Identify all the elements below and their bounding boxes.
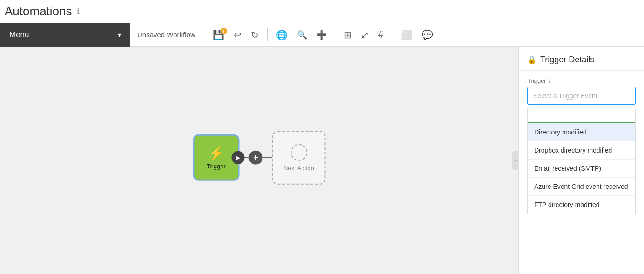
separator-1 <box>204 28 204 41</box>
menu-button[interactable]: Menu ▾ <box>0 23 130 47</box>
globe-icon: 🌐 <box>276 29 288 40</box>
dropdown-item-ftp[interactable]: FTP directory modified <box>528 196 635 214</box>
workflow-nodes: ⚡ Trigger ▶ + Next Action <box>193 131 326 184</box>
play-button[interactable]: ▶ <box>232 151 245 164</box>
separator-2 <box>267 28 268 41</box>
zoom-out-button[interactable]: 🔍 <box>293 27 311 42</box>
trigger-select[interactable]: Select a Trigger Event <box>527 87 636 105</box>
app-title: Automations <box>5 4 72 19</box>
window-icon: ⬜ <box>401 29 412 40</box>
workflow-name: Unsaved Workflow <box>137 31 195 39</box>
window-button[interactable]: ⬜ <box>397 27 416 43</box>
save-button[interactable]: 💾 ! <box>209 27 228 43</box>
trigger-dropdown: Directory modified Dropbox directory mod… <box>527 108 636 214</box>
next-action-label: Next Action <box>283 164 314 171</box>
dropdown-item-dropbox[interactable]: Dropbox directory modified <box>528 141 635 160</box>
dropdown-search-input[interactable] <box>532 112 631 119</box>
lock-icon: 🔒 <box>527 55 537 64</box>
separator-3 <box>335 28 335 41</box>
dropdown-search-wrap <box>528 108 635 123</box>
expand-button[interactable]: ⤢ <box>357 27 373 43</box>
panel-title: Trigger Details <box>540 55 594 65</box>
trigger-label: Trigger <box>207 163 226 170</box>
panel-body: Trigger ℹ Select a Trigger Event Directo… <box>519 71 644 274</box>
trigger-select-placeholder: Select a Trigger Event <box>533 92 597 100</box>
zoom-in-icon: ➕ <box>316 30 327 40</box>
trigger-info-icon[interactable]: ℹ <box>549 77 551 84</box>
trigger-node[interactable]: ⚡ Trigger ▶ <box>193 134 240 181</box>
panel-header: 🔒 Trigger Details <box>519 47 644 71</box>
connector-line-2 <box>263 157 272 158</box>
menu-label: Menu <box>9 30 29 40</box>
grid-view-button[interactable]: ⊞ <box>340 27 356 43</box>
hash-grid-icon: # <box>378 29 383 40</box>
chat-icon: 💬 <box>422 29 433 40</box>
redo-icon: ↻ <box>251 29 259 40</box>
undo-button[interactable]: ↩ <box>230 27 245 43</box>
zoom-in-button[interactable]: ➕ <box>313 27 330 42</box>
next-action-icon <box>290 144 307 160</box>
undo-icon: ↩ <box>234 29 242 40</box>
workflow-canvas[interactable]: ⚡ Trigger ▶ + Next Action <box>0 47 518 274</box>
chat-button[interactable]: 💬 <box>418 27 437 43</box>
hash-grid-button[interactable]: # <box>375 27 387 42</box>
dropdown-item-azure[interactable]: Azure Event Grid event received <box>528 178 635 196</box>
save-badge: ! <box>221 28 227 34</box>
zoom-out-icon: 🔍 <box>297 30 307 40</box>
main-area: ⚡ Trigger ▶ + Next Action ‹ 🔒 Trigger De… <box>0 47 644 274</box>
separator-4 <box>392 28 392 41</box>
bolt-icon: ⚡ <box>208 146 224 161</box>
grid-icon: ⊞ <box>344 29 352 40</box>
globe-button[interactable]: 🌐 <box>272 27 291 43</box>
dropdown-item-directory-modified[interactable]: Directory modified <box>528 123 635 141</box>
trigger-field-label: Trigger ℹ <box>527 77 636 84</box>
chevron-down-icon: ▾ <box>118 31 121 39</box>
toolbar-actions: Unsaved Workflow 💾 ! ↩ ↻ 🌐 🔍 ➕ ⊞ ⤢ # <box>130 27 644 43</box>
top-bar: Automations ℹ <box>0 0 644 23</box>
redo-button[interactable]: ↻ <box>247 27 262 43</box>
next-action-node[interactable]: Next Action <box>272 131 326 184</box>
right-panel: ‹ 🔒 Trigger Details Trigger ℹ Select a T… <box>518 47 644 274</box>
app-info-icon[interactable]: ℹ <box>77 7 80 16</box>
collapse-handle[interactable]: ‹ <box>512 151 519 170</box>
add-node-button[interactable]: + <box>249 151 263 165</box>
dropdown-item-email-smtp[interactable]: Email received (SMTP) <box>528 160 635 178</box>
toolbar: Menu ▾ Unsaved Workflow 💾 ! ↩ ↻ 🌐 🔍 ➕ ⊞ <box>0 23 644 47</box>
expand-icon: ⤢ <box>361 29 369 40</box>
